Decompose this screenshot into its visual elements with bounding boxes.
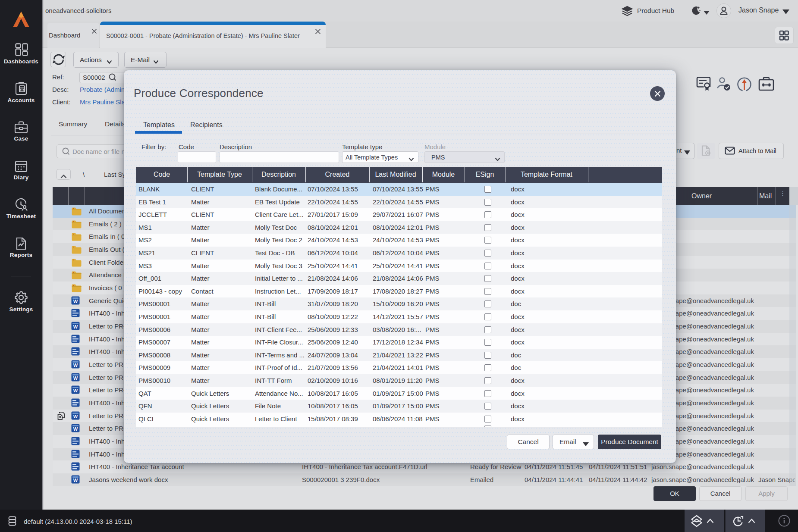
svg-text:W: W [73,426,78,432]
svg-text:W: W [73,414,78,419]
svg-text:W: W [73,478,78,483]
svg-text:W: W [73,299,78,304]
svg-text:W: W [73,388,78,393]
svg-text:W: W [73,324,78,329]
svg-text:W: W [73,363,78,368]
svg-text:W: W [73,376,78,381]
